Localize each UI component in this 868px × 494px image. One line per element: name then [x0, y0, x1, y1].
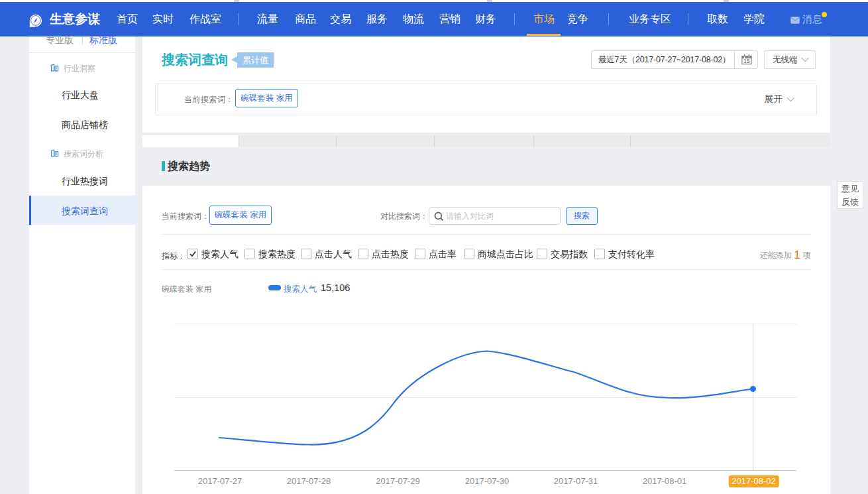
svg-text:15: 15 — [743, 58, 750, 64]
